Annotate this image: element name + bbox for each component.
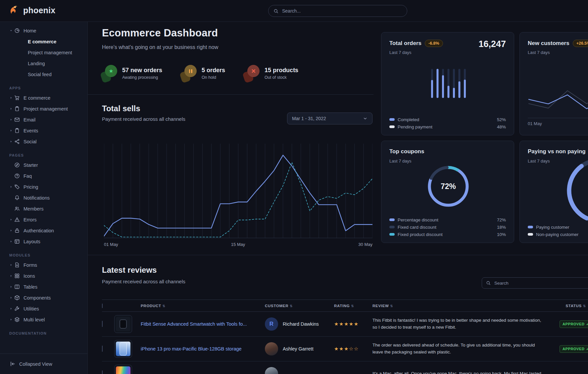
product-link[interactable]: iPhone 13 pro max-Pacific Blue-128GB sto… bbox=[141, 346, 250, 351]
column-header-rating: RATING⇅ bbox=[334, 304, 372, 308]
caret-right-icon bbox=[9, 296, 14, 300]
sidebar-item-notifications[interactable]: Notifications bbox=[0, 192, 87, 203]
sidebar-item-home[interactable]: Home bbox=[0, 25, 87, 36]
search-icon bbox=[486, 281, 491, 285]
cube-icon bbox=[14, 295, 20, 301]
caret-right-icon bbox=[9, 263, 14, 267]
legend-pill bbox=[528, 233, 533, 236]
sidebar-item-email[interactable]: Email bbox=[0, 114, 87, 125]
date-range-select[interactable]: Mar 1 - 31, 2022 bbox=[287, 113, 372, 124]
sidebar-subitem-social-feed[interactable]: Social feed bbox=[0, 69, 87, 80]
status-badge: APPROVED ✓ bbox=[560, 345, 588, 353]
sidebar-item-utilities[interactable]: Utilities bbox=[0, 303, 87, 314]
sort-icon[interactable]: ⇅ bbox=[163, 304, 166, 308]
sidebar-item-tables[interactable]: Tables bbox=[0, 281, 87, 292]
bell-icon bbox=[14, 195, 20, 201]
sidebar-item-pricing[interactable]: Pricing bbox=[0, 181, 87, 192]
brand-name: phoenix bbox=[23, 6, 55, 15]
top-coupons-card: Top coupons Last 7 days 72% Percentage d… bbox=[381, 141, 514, 243]
legend-label: Fixed product discount bbox=[398, 232, 494, 237]
stat-title: 15 products bbox=[265, 67, 298, 74]
sidebar-section-label: MODULES bbox=[0, 253, 87, 257]
column-header-review: REVIEW⇅ bbox=[372, 304, 560, 308]
stat-subtitle: Awating processing bbox=[122, 75, 162, 80]
card-period: Last 7 days bbox=[389, 50, 412, 55]
sort-icon[interactable]: ⇅ bbox=[290, 304, 293, 308]
product-cell: iPhone 13 pro max-Pacific Blue-128GB sto… bbox=[141, 346, 265, 352]
product-cell: Fitbit Sense Advanced Smartwatch with To… bbox=[141, 321, 265, 327]
sidebar-item-label: Notifications bbox=[24, 195, 50, 201]
sidebar-item-authentication[interactable]: Authentication bbox=[0, 225, 87, 236]
sidebar-subitem-project-management[interactable]: Project management bbox=[0, 47, 87, 58]
legend-row: Paying customer bbox=[528, 223, 588, 231]
sidebar-item-label: Members bbox=[24, 206, 43, 211]
customer-avatar[interactable]: R bbox=[265, 317, 278, 331]
row-checkbox[interactable] bbox=[102, 346, 103, 352]
row-checkbox[interactable] bbox=[102, 370, 103, 374]
pause-glyph bbox=[189, 69, 192, 73]
sort-icon[interactable]: ⇅ bbox=[390, 304, 393, 308]
sidebar-item-e-commerce[interactable]: E commerce bbox=[0, 92, 87, 103]
sort-icon[interactable]: ⇅ bbox=[583, 304, 586, 308]
collapsed-view-label: Collapsed View bbox=[19, 361, 52, 367]
sidebar-item-label: Multi level bbox=[24, 317, 45, 322]
sidebar-item-icons[interactable]: Icons bbox=[0, 270, 87, 281]
sidebar-item-events[interactable]: Events bbox=[0, 125, 87, 136]
review-table-row: Fitbit Sense Advanced Smartwatch with To… bbox=[102, 312, 588, 337]
customer-avatar[interactable] bbox=[265, 367, 278, 374]
sidebar-section-label: DOCUMENTATION bbox=[0, 331, 87, 335]
reviews-search[interactable] bbox=[482, 277, 588, 289]
sidebar-item-social[interactable]: Social bbox=[0, 136, 87, 147]
legend-pill bbox=[389, 218, 395, 221]
caret-down-icon bbox=[9, 29, 14, 32]
sidebar-item-members[interactable]: Members bbox=[0, 203, 87, 214]
legend-label: Fixed card discount bbox=[398, 225, 494, 230]
reviews-search-input[interactable] bbox=[494, 280, 587, 286]
navbar-search[interactable] bbox=[268, 5, 407, 17]
sort-icon[interactable]: ⇅ bbox=[351, 304, 354, 308]
sidebar-item-faq[interactable]: Faq bbox=[0, 170, 87, 181]
customer-name: Ashley Garrett bbox=[283, 346, 314, 351]
legend-row: Non-paying customer bbox=[528, 231, 588, 238]
sidebar-subitem-landing[interactable]: Landing bbox=[0, 58, 87, 69]
caret-right-icon bbox=[9, 229, 14, 232]
sidebar-item-components[interactable]: Components bbox=[0, 292, 87, 303]
date-range-value: Mar 1 - 31, 2022 bbox=[292, 116, 326, 121]
product-link[interactable]: Fitbit Sense Advanced Smartwatch with To… bbox=[141, 321, 255, 327]
users-icon bbox=[14, 206, 20, 211]
sidebar-item-layouts[interactable]: Layouts bbox=[0, 236, 87, 247]
sidebar-subitem-e-commerce[interactable]: E commerce bbox=[0, 36, 87, 47]
product-thumb-cell bbox=[114, 340, 141, 358]
star-rating: ★★★★★ bbox=[334, 321, 359, 327]
sidebar-item-project-management[interactable]: Project management bbox=[0, 103, 87, 114]
stat-icon: ★ bbox=[101, 64, 117, 82]
clipboard-icon bbox=[14, 128, 20, 133]
customer-avatar[interactable] bbox=[265, 342, 278, 355]
row-checkbox[interactable] bbox=[102, 321, 103, 327]
card-title: New customers bbox=[528, 40, 569, 47]
stat-subtitle: Out of stock bbox=[265, 75, 298, 80]
customer-cell: Ashley Garrett bbox=[265, 342, 334, 355]
legend-row: Completed52% bbox=[389, 116, 506, 123]
reviews-table-body: Fitbit Sense Advanced Smartwatch with To… bbox=[102, 312, 588, 374]
row-checkbox-cell bbox=[102, 346, 114, 352]
navbar-search-input[interactable] bbox=[281, 8, 402, 14]
card-legend: Completed52%Pending payment48% bbox=[389, 116, 506, 130]
stat-subtitle: On hold bbox=[202, 75, 225, 80]
reviews-table-header: PRODUCT⇅CUSTOMER⇅RATING⇅REVIEW⇅STATUS⇅ bbox=[102, 300, 588, 312]
brand[interactable]: phoenix bbox=[9, 5, 55, 16]
sidebar-item-starter[interactable]: Starter bbox=[0, 160, 87, 170]
caret-right-icon bbox=[9, 107, 14, 111]
select-all-checkbox[interactable] bbox=[102, 304, 103, 308]
row-checkbox-cell bbox=[102, 321, 114, 327]
sidebar-item-label: Starter bbox=[24, 163, 38, 168]
sidebar-item-multi-level[interactable]: Multi level bbox=[0, 314, 87, 325]
sidebar-item-errors[interactable]: Errors bbox=[0, 214, 87, 225]
sidebar-item-label: Errors bbox=[24, 217, 36, 222]
grid-icon bbox=[14, 273, 20, 279]
stat-text: 15 productsOut of stock bbox=[265, 67, 298, 80]
sidebar-item-label: Email bbox=[24, 117, 35, 122]
sidebar-item-forms[interactable]: Forms bbox=[0, 259, 87, 270]
collapsed-view-toggle[interactable]: Collapsed View bbox=[0, 353, 87, 374]
card-legend: Paying customerNon-paying customer bbox=[528, 223, 588, 238]
